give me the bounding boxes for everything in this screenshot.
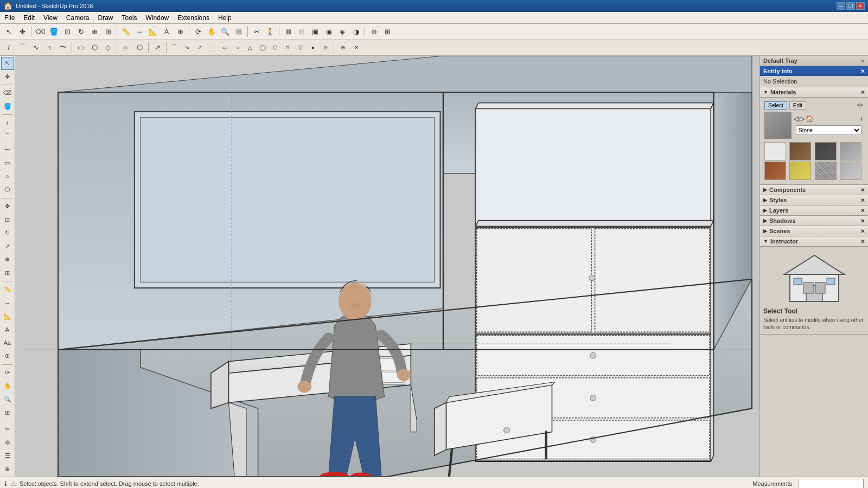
lt-sandbox[interactable]: ⊕ bbox=[1, 463, 14, 476]
menu-file[interactable]: File bbox=[0, 12, 19, 23]
materials-collapse[interactable]: ✕ bbox=[860, 89, 865, 95]
lt-orbit[interactable]: ⟳ bbox=[1, 367, 14, 380]
nav-back-icon[interactable]: ◁ bbox=[794, 115, 799, 123]
lt-rotate[interactable]: ↻ bbox=[1, 227, 14, 240]
menu-extensions[interactable]: Extensions bbox=[173, 12, 214, 23]
sandbox1[interactable]: ⊕ bbox=[336, 41, 349, 54]
measurements-input[interactable] bbox=[799, 479, 864, 489]
mat-swatch-white-marble[interactable] bbox=[764, 142, 786, 160]
rotate-btn[interactable]: ↻ bbox=[74, 25, 87, 38]
pan-btn[interactable]: ✋ bbox=[205, 25, 218, 38]
select-tool-btn[interactable]: ↖ bbox=[2, 25, 15, 38]
mat-edit-btn[interactable]: Edit bbox=[789, 101, 806, 110]
menu-tools[interactable]: Tools bbox=[118, 12, 142, 23]
lt-dim[interactable]: ↔ bbox=[1, 297, 14, 310]
lt-rect[interactable]: ▭ bbox=[1, 157, 14, 170]
shape-sphere[interactable]: ● bbox=[307, 41, 319, 54]
shaded-tex-btn[interactable]: ◈ bbox=[336, 25, 349, 38]
menu-help[interactable]: Help bbox=[214, 12, 236, 23]
text-btn[interactable]: A bbox=[160, 25, 173, 38]
lt-make-component[interactable]: ✥ bbox=[1, 70, 14, 84]
lt-axes[interactable]: ⊕ bbox=[1, 350, 14, 363]
mono-btn[interactable]: ◑ bbox=[349, 25, 362, 38]
lt-followme[interactable]: ↗ bbox=[1, 240, 14, 253]
lt-protractor[interactable]: 📐 bbox=[1, 310, 14, 323]
tape-btn[interactable]: 📏 bbox=[119, 25, 132, 38]
shadows-section[interactable]: ▶ Shadows ✕ bbox=[760, 216, 868, 226]
mat-select-btn[interactable]: Select bbox=[764, 101, 787, 110]
lt-pan[interactable]: ✋ bbox=[1, 380, 14, 393]
entity-info-collapse[interactable]: ✕ bbox=[860, 68, 865, 74]
close-button[interactable]: ✕ bbox=[856, 2, 865, 10]
mat-sample-btn[interactable]: ✏ bbox=[857, 101, 864, 110]
lt-gear2[interactable]: ☰ bbox=[1, 450, 14, 463]
shape-poly2[interactable]: ◯ bbox=[257, 41, 269, 54]
mat-swatch-rust[interactable] bbox=[764, 162, 786, 180]
menu-view[interactable]: View bbox=[39, 12, 62, 23]
lt-pushpull[interactable]: ⊡ bbox=[1, 213, 14, 226]
dim-btn[interactable]: ↔ bbox=[133, 25, 146, 38]
paint-btn[interactable]: 🪣 bbox=[47, 25, 60, 38]
nav-home-icon[interactable]: 🏠 bbox=[806, 115, 814, 123]
lt-paint[interactable]: 🪣 bbox=[1, 100, 14, 113]
shape-circle[interactable]: ○ bbox=[232, 41, 244, 54]
move-tool-btn[interactable]: ✥ bbox=[16, 25, 29, 38]
mat-swatch-brown[interactable] bbox=[789, 142, 811, 160]
instructor-collapse[interactable]: ✕ bbox=[860, 239, 865, 245]
nav-fwd-icon[interactable]: ▷ bbox=[800, 115, 805, 123]
mat-swatch-yellow[interactable] bbox=[789, 162, 811, 180]
hidden-btn[interactable]: ▣ bbox=[309, 25, 322, 38]
shape-cone[interactable]: ▽ bbox=[295, 41, 307, 54]
shape-arc2[interactable]: ∿ bbox=[181, 41, 193, 54]
arc3-btn[interactable]: ∩ bbox=[43, 41, 56, 54]
arc-btn[interactable]: ⌒ bbox=[16, 41, 29, 54]
lt-freehand[interactable]: 〜 bbox=[1, 143, 14, 156]
lt-scale[interactable]: ⊕ bbox=[1, 253, 14, 266]
offset-btn[interactable]: ⊞ bbox=[101, 25, 114, 38]
shape-poly1[interactable]: △ bbox=[244, 41, 256, 54]
zoom-btn[interactable]: 🔍 bbox=[219, 25, 232, 38]
menu-draw[interactable]: Draw bbox=[94, 12, 118, 23]
mat-swatch-dark[interactable] bbox=[815, 142, 837, 160]
tray-close[interactable]: ✕ bbox=[860, 58, 865, 64]
minimize-button[interactable]: — bbox=[837, 2, 845, 10]
wireframe-btn[interactable]: ⊟ bbox=[295, 25, 308, 38]
shape-rect[interactable]: ▭ bbox=[219, 41, 231, 54]
lt-zoomext[interactable]: ⊞ bbox=[1, 406, 14, 419]
section-btn[interactable]: ✂ bbox=[250, 25, 263, 38]
zoom-ext-btn[interactable]: ⊞ bbox=[232, 25, 245, 38]
components-section[interactable]: ▶ Components ✕ bbox=[760, 185, 868, 195]
line-btn[interactable]: / bbox=[2, 41, 15, 54]
lt-tape[interactable]: 📏 bbox=[1, 283, 14, 296]
scenes-collapse[interactable]: ✕ bbox=[860, 228, 865, 234]
arc2-btn[interactable]: ∿ bbox=[29, 41, 42, 54]
lt-polygon[interactable]: ⬡ bbox=[1, 183, 14, 196]
styles-section[interactable]: ▶ Styles ✕ bbox=[760, 195, 868, 206]
lt-select[interactable]: ↖ bbox=[1, 57, 14, 70]
axes-btn[interactable]: ⊕ bbox=[174, 25, 187, 38]
materials-header[interactable]: ▼ Materials ✕ bbox=[760, 87, 868, 98]
pushpull-btn[interactable]: ⊡ bbox=[61, 25, 74, 38]
restore-button[interactable]: ❒ bbox=[846, 2, 855, 10]
shape-cyl[interactable]: ⊓ bbox=[282, 41, 293, 54]
menu-window[interactable]: Window bbox=[142, 12, 174, 23]
mat-add-icon[interactable]: + bbox=[859, 114, 864, 123]
shape-line[interactable]: — bbox=[206, 41, 218, 54]
mat-swatch-speckled[interactable] bbox=[815, 162, 837, 180]
instructor-header[interactable]: ▼ Instructor ✕ bbox=[760, 236, 868, 247]
styles-collapse[interactable]: ✕ bbox=[860, 197, 865, 203]
lt-circle[interactable]: ○ bbox=[1, 170, 14, 183]
shape-arc3[interactable]: ↗ bbox=[194, 41, 206, 54]
walkthrough-btn[interactable]: 🚶 bbox=[264, 25, 277, 38]
shadows-collapse[interactable]: ✕ bbox=[860, 218, 865, 224]
menu-edit[interactable]: Edit bbox=[19, 12, 39, 23]
scenes-section[interactable]: ▶ Scenes ✕ bbox=[760, 226, 868, 236]
menu-camera[interactable]: Camera bbox=[62, 12, 94, 23]
follow-me-btn[interactable]: ↗ bbox=[151, 41, 164, 54]
xray-btn[interactable]: ⊠ bbox=[282, 25, 295, 38]
lt-text[interactable]: A bbox=[1, 323, 14, 336]
shaded-btn[interactable]: ◉ bbox=[322, 25, 335, 38]
entity-info-header[interactable]: Entity Info ✕ bbox=[760, 66, 868, 76]
lt-3dtext[interactable]: Aa bbox=[1, 337, 14, 350]
sandbox2[interactable]: ✕ bbox=[350, 41, 363, 54]
